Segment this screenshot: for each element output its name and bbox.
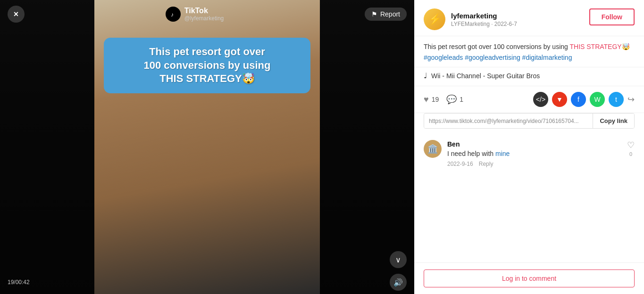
author-meta: LYFEMarketing · 2022-6-7 bbox=[451, 21, 517, 27]
author-info: ⚡ lyfemarketing LYFEMarketing · 2022-6-7 bbox=[424, 8, 517, 30]
comment-like-count: 0 bbox=[629, 151, 632, 157]
video-side-overlay-right bbox=[320, 0, 414, 294]
hashtags: #googleleads #googleadvertising #digital… bbox=[424, 54, 635, 61]
caption-line3: THIS STRATEGY🤯 bbox=[159, 73, 254, 84]
svg-text:♪: ♪ bbox=[171, 11, 174, 18]
desc-highlight: THIS STRATEGY bbox=[569, 43, 621, 50]
comment-like: ♡ 0 bbox=[627, 140, 635, 167]
tiktok-handle: @lyfemarketing bbox=[184, 15, 224, 22]
comment-text: I need help with mine bbox=[447, 149, 621, 159]
caption-bubble: This pet resort got over 100 conversions… bbox=[104, 38, 310, 93]
desc-emoji: 🤯 bbox=[622, 43, 630, 50]
caption-text: This pet resort got over 100 conversions… bbox=[113, 45, 301, 86]
author-avatar-emoji: ⚡ bbox=[428, 13, 441, 25]
video-topbar: × ♪ TikTok @lyfemarketing ⚑ Report bbox=[0, 0, 414, 28]
report-icon: ⚑ bbox=[371, 10, 377, 18]
login-comment-button[interactable]: Log in to comment bbox=[424, 270, 635, 287]
tiktok-branding: ♪ TikTok @lyfemarketing bbox=[166, 7, 224, 22]
share-facebook-button[interactable]: f bbox=[571, 92, 586, 107]
comment-action[interactable]: 💬 1 bbox=[446, 94, 463, 105]
scroll-down-button[interactable]: ∨ bbox=[390, 251, 407, 268]
comment-item: 🏛️ Ben I need help with mine 2022-9-16 R… bbox=[424, 140, 635, 167]
share-embed-button[interactable]: </> bbox=[533, 92, 548, 107]
tiktok-text-group: TikTok @lyfemarketing bbox=[184, 7, 224, 22]
post-header: ⚡ lyfemarketing LYFEMarketing · 2022-6-7… bbox=[414, 0, 644, 36]
music-info: ♩ Wii - Mii Channel - Super Guitar Bros bbox=[414, 67, 644, 86]
report-label: Report bbox=[380, 10, 400, 18]
like-count: 19 bbox=[432, 96, 439, 103]
comment-reply-button[interactable]: Reply bbox=[479, 161, 493, 167]
post-desc-text: This pet resort got over 100 conversions… bbox=[424, 42, 635, 52]
tiktok-title: TikTok bbox=[184, 7, 224, 15]
share-twitter-button[interactable]: t bbox=[609, 92, 624, 107]
info-panel: ⚡ lyfemarketing LYFEMarketing · 2022-6-7… bbox=[414, 0, 644, 294]
like-action[interactable]: ♥ 19 bbox=[424, 95, 439, 105]
comment-text-link[interactable]: mine bbox=[495, 150, 510, 157]
author-avatar: ⚡ bbox=[424, 8, 445, 30]
comment-meta: 2022-9-16 Reply bbox=[447, 161, 621, 167]
music-text: Wii - Mii Channel - Super Guitar Bros bbox=[431, 72, 540, 80]
volume-button[interactable]: 🔊 bbox=[390, 274, 407, 291]
video-timestamp: 19/00:42 bbox=[8, 279, 30, 286]
share-whatsapp-button[interactable]: W bbox=[590, 92, 605, 107]
copy-link-area: https://www.tiktok.com/@lyfemarketing/vi… bbox=[424, 113, 635, 129]
caption-line1: This pet resort got over bbox=[149, 46, 265, 57]
comment-body: Ben I need help with mine 2022-9-16 Repl… bbox=[447, 140, 621, 167]
music-note-icon: ♩ bbox=[424, 71, 427, 80]
login-comment-area: Log in to comment bbox=[414, 262, 644, 294]
copy-link-url: https://www.tiktok.com/@lyfemarketing/vi… bbox=[424, 114, 593, 128]
report-button[interactable]: ⚑ Report bbox=[365, 8, 407, 21]
follow-button[interactable]: Follow bbox=[589, 8, 635, 25]
caption-line2: 100 conversions by using bbox=[144, 59, 271, 71]
desc-normal: This pet resort got over 100 conversions… bbox=[424, 43, 569, 50]
comment-text-before: I need help with bbox=[447, 150, 495, 157]
video-side-overlay-left bbox=[0, 0, 94, 294]
copy-link-button[interactable]: Copy link bbox=[593, 114, 634, 128]
comment-date: 2022-9-16 bbox=[447, 161, 473, 167]
video-panel: × ♪ TikTok @lyfemarketing ⚑ Report This … bbox=[0, 0, 414, 294]
video-bottom: 19/00:42 🔊 bbox=[0, 270, 414, 294]
comment-icon: 💬 bbox=[446, 94, 457, 105]
actions-row: ♥ 19 💬 1 </> ▼ f W t ↪ bbox=[414, 86, 644, 113]
share-pocket-button[interactable]: ▼ bbox=[552, 92, 567, 107]
post-description: This pet resort got over 100 conversions… bbox=[414, 36, 644, 67]
action-group-left: ♥ 19 💬 1 bbox=[424, 94, 463, 105]
comment-avatar: 🏛️ bbox=[424, 140, 442, 158]
comment-username: Ben bbox=[447, 140, 460, 148]
comment-heart-icon[interactable]: ♡ bbox=[627, 140, 635, 150]
author-details: lyfemarketing LYFEMarketing · 2022-6-7 bbox=[451, 12, 517, 27]
close-button[interactable]: × bbox=[8, 6, 25, 23]
comment-count: 1 bbox=[460, 96, 463, 103]
author-name: lyfemarketing bbox=[451, 12, 517, 20]
comments-section: 🏛️ Ben I need help with mine 2022-9-16 R… bbox=[414, 134, 644, 262]
heart-icon: ♥ bbox=[424, 95, 429, 105]
share-forward-button[interactable]: ↪ bbox=[627, 94, 635, 105]
share-icons: </> ▼ f W t ↪ bbox=[533, 92, 635, 107]
tiktok-logo: ♪ bbox=[166, 7, 181, 22]
